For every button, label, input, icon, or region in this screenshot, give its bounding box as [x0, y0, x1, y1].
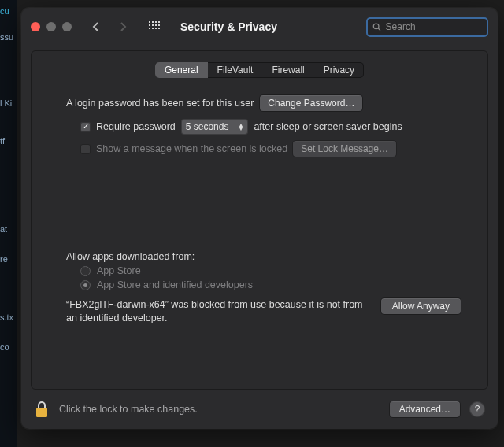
require-password-label: Require password: [96, 121, 176, 132]
tabs: General FileVault Firewall Privacy: [155, 62, 364, 78]
require-password-checkbox[interactable]: ✓: [80, 122, 91, 132]
require-password-delay-value: 5 seconds: [186, 121, 229, 132]
forward-button[interactable]: [113, 17, 133, 37]
search-field[interactable]: [366, 17, 488, 37]
tab-privacy[interactable]: Privacy: [314, 62, 364, 78]
radio-app-store[interactable]: [80, 266, 91, 276]
chevron-left-icon: [91, 22, 101, 31]
allow-apps-section: Allow apps downloaded from: App Store Ap…: [32, 251, 487, 325]
svg-point-0: [373, 24, 379, 29]
content-panel: General FileVault Firewall Privacy A log…: [31, 50, 488, 390]
close-button[interactable]: [31, 22, 40, 31]
set-lock-message-button[interactable]: Set Lock Message…: [293, 141, 396, 157]
svg-line-1: [378, 28, 380, 31]
help-button[interactable]: ?: [469, 401, 485, 417]
radio-app-store-label: App Store: [97, 265, 141, 276]
show-lock-message-label: Show a message when the screen is locked: [96, 143, 287, 154]
footer: Click the lock to make changes. Advanced…: [21, 390, 498, 429]
require-password-delay-popup[interactable]: 5 seconds ▲▼: [181, 119, 249, 135]
show-all-button[interactable]: [143, 17, 166, 37]
system-preferences-window: Security & Privacy General FileVault Fir…: [21, 8, 498, 429]
change-password-button[interactable]: Change Password…: [260, 95, 362, 111]
radio-app-store-identified[interactable]: [80, 280, 91, 290]
pane-title: Security & Privacy: [180, 20, 277, 33]
tab-firewall[interactable]: Firewall: [262, 62, 313, 78]
svg-rect-2: [36, 408, 47, 417]
search-input[interactable]: [386, 21, 482, 32]
lock-text: Click the lock to make changes.: [59, 404, 198, 415]
back-button[interactable]: [86, 17, 106, 37]
toolbar: Security & Privacy: [21, 8, 498, 46]
traffic-lights: [31, 22, 72, 31]
allow-apps-heading: Allow apps downloaded from:: [66, 251, 461, 262]
minimize-button[interactable]: [46, 22, 56, 31]
allow-anyway-button[interactable]: Allow Anyway: [381, 298, 461, 314]
login-password-text: A login password has been set for this u…: [66, 98, 254, 109]
grid-icon: [149, 21, 160, 32]
lock-icon: [34, 400, 50, 419]
background-app-strip: cu ssu l Ki tf at re s.tx co: [0, 0, 17, 447]
general-tab-content: A login password has been set for this u…: [32, 78, 487, 163]
tab-filevault[interactable]: FileVault: [208, 62, 263, 78]
chevron-right-icon: [118, 22, 128, 31]
advanced-button[interactable]: Advanced…: [390, 401, 460, 417]
tab-general[interactable]: General: [155, 62, 208, 78]
maximize-button[interactable]: [62, 22, 72, 31]
radio-app-store-identified-label: App Store and identified developers: [97, 279, 253, 290]
updown-icon: ▲▼: [238, 123, 243, 131]
search-icon: [372, 22, 381, 31]
show-lock-message-checkbox[interactable]: [80, 144, 91, 154]
blocked-app-message: “FBX2glTF-darwin-x64” was blocked from u…: [66, 298, 370, 325]
require-password-suffix: after sleep or screen saver begins: [254, 121, 402, 132]
lock-button[interactable]: [34, 400, 50, 419]
